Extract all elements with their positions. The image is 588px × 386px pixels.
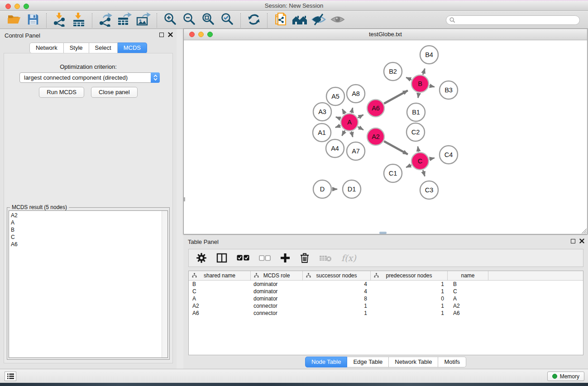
node-D[interactable]: D	[313, 180, 331, 198]
edge-B-B3[interactable]	[429, 86, 434, 87]
node-B1[interactable]: B1	[407, 103, 425, 121]
edge-C-C3[interactable]	[423, 170, 425, 176]
node-D1[interactable]: D1	[343, 180, 361, 198]
node-A8[interactable]: A8	[347, 85, 365, 103]
zoom-out-button[interactable]	[180, 13, 199, 28]
edge-C-C4[interactable]	[429, 158, 434, 159]
mcds-result-item[interactable]: A	[11, 219, 18, 226]
network-canvas[interactable]: AA1A2A3A4A5A6A7A8BB1B2B3B4CC1C2C3C4DD1	[184, 40, 587, 234]
search-input[interactable]	[446, 15, 580, 25]
import-network-button[interactable]	[50, 13, 69, 28]
node-A7[interactable]: A7	[347, 142, 365, 160]
close-panel-button[interactable]: Close panel	[91, 87, 138, 98]
mcds-result-item[interactable]: B	[11, 226, 18, 234]
open-session-button[interactable]	[5, 13, 24, 28]
tab-select[interactable]: Select	[89, 43, 118, 53]
table-settings-button[interactable]	[196, 253, 207, 263]
edge-A2-C[interactable]	[384, 141, 407, 154]
tab-mcds[interactable]: MCDS	[118, 43, 147, 53]
mcds-result-list[interactable]: A2ABCA6	[9, 210, 168, 358]
memory-button[interactable]: Memory	[547, 372, 584, 381]
node-C1[interactable]: C1	[384, 164, 402, 182]
column-header-shared-name[interactable]: shared name	[189, 271, 251, 280]
tab-edge-table[interactable]: Edge Table	[347, 357, 389, 367]
edge-A-A3[interactable]	[336, 117, 341, 119]
table-row[interactable]: Bdominator41B	[189, 281, 583, 288]
edge-A-A5[interactable]	[342, 109, 345, 114]
optimization-criterion-select[interactable]: largest connected component (directed)	[19, 72, 160, 83]
node-A5[interactable]: A5	[326, 87, 344, 105]
node-B3[interactable]: B3	[440, 81, 458, 99]
deselect-all-button[interactable]	[259, 255, 271, 261]
clone-network-button[interactable]	[271, 13, 290, 28]
table-row[interactable]: Cdominator41C	[189, 288, 583, 295]
node-C4[interactable]: C4	[440, 146, 458, 164]
node-B4[interactable]: B4	[420, 46, 438, 64]
import-table-button[interactable]	[69, 13, 88, 28]
save-session-button[interactable]	[24, 13, 43, 28]
close-panel-icon[interactable]	[168, 32, 173, 37]
tab-network[interactable]: Network	[29, 43, 64, 53]
node-B2[interactable]: B2	[384, 62, 402, 81]
window-resize-grip[interactable]	[581, 228, 587, 234]
refresh-view-button[interactable]	[244, 13, 263, 28]
node-C3[interactable]: C3	[420, 181, 438, 199]
float-panel-icon[interactable]	[159, 33, 164, 37]
select-all-button[interactable]	[237, 255, 249, 261]
edge-A-A6[interactable]	[358, 115, 363, 118]
edge-C-C2[interactable]	[418, 147, 419, 152]
edge-A-A2[interactable]	[358, 127, 363, 130]
edge-B-B1[interactable]	[418, 93, 419, 98]
node-A4[interactable]: A4	[326, 139, 344, 157]
column-header-MCDS-role[interactable]: MCDS role	[251, 271, 303, 280]
export-table-button[interactable]	[115, 13, 134, 28]
result-list-scrollbar[interactable]	[162, 211, 167, 357]
table-row[interactable]: Adominator80A	[189, 295, 583, 302]
run-mcds-button[interactable]: Run MCDS	[39, 87, 84, 98]
create-column-button[interactable]	[280, 253, 290, 263]
network-window-titlebar[interactable]: testGlobe.txt	[184, 29, 587, 40]
export-network-button[interactable]	[96, 13, 115, 28]
edge-A-A7[interactable]	[351, 132, 353, 137]
delete-table-button[interactable]	[319, 254, 332, 262]
edge-A-A1[interactable]	[335, 125, 340, 127]
edge-C-C1[interactable]	[406, 165, 411, 167]
tab-network-table[interactable]: Network Table	[389, 357, 438, 367]
zoom-in-button[interactable]	[161, 13, 180, 28]
node-A3[interactable]: A3	[313, 103, 331, 121]
tab-style[interactable]: Style	[64, 43, 89, 53]
table-row[interactable]: A2connector11A2	[189, 302, 583, 310]
show-columns-button[interactable]	[216, 253, 227, 263]
show-details-button[interactable]	[328, 13, 347, 28]
edge-B-B2[interactable]	[406, 77, 411, 80]
node-A[interactable]: A	[341, 114, 358, 131]
export-image-button[interactable]	[134, 13, 153, 28]
delete-column-button[interactable]	[300, 253, 310, 263]
table-row[interactable]: A6connector11A6	[189, 310, 583, 317]
show-panels-button[interactable]	[5, 372, 16, 381]
tab-motifs[interactable]: Motifs	[438, 357, 466, 367]
edge-A-A8[interactable]	[352, 108, 353, 113]
node-A2[interactable]: A2	[367, 128, 384, 145]
node-B[interactable]: B	[411, 75, 429, 92]
home-layout-button[interactable]	[290, 13, 309, 28]
tab-node-table[interactable]: Node Table	[305, 357, 348, 367]
panel-divider-handle[interactable]	[379, 232, 387, 234]
zoom-selected-button[interactable]	[218, 13, 237, 28]
function-builder-button[interactable]: f(x)	[341, 253, 356, 263]
close-table-panel-icon[interactable]	[579, 238, 584, 243]
column-header-predecessor-nodes[interactable]: predecessor nodes	[371, 271, 448, 280]
zoom-fit-button[interactable]	[199, 13, 218, 28]
column-header-name[interactable]: name	[448, 271, 488, 280]
float-table-panel-icon[interactable]	[571, 239, 575, 243]
mcds-result-item[interactable]: A2	[11, 212, 18, 219]
mcds-result-item[interactable]: C	[11, 234, 18, 241]
column-header-successor-nodes[interactable]: successor nodes	[303, 271, 371, 280]
network-graph[interactable]: AA1A2A3A4A5A6A7A8BB1B2B3B4CC1C2C3C4DD1	[184, 40, 587, 234]
edge-A-A4[interactable]	[342, 130, 344, 136]
node-A6[interactable]: A6	[367, 100, 384, 117]
node-C2[interactable]: C2	[406, 123, 425, 141]
node-A1[interactable]: A1	[313, 124, 331, 142]
edge-A6-B[interactable]	[384, 91, 407, 104]
edge-B-B4[interactable]	[423, 69, 425, 75]
